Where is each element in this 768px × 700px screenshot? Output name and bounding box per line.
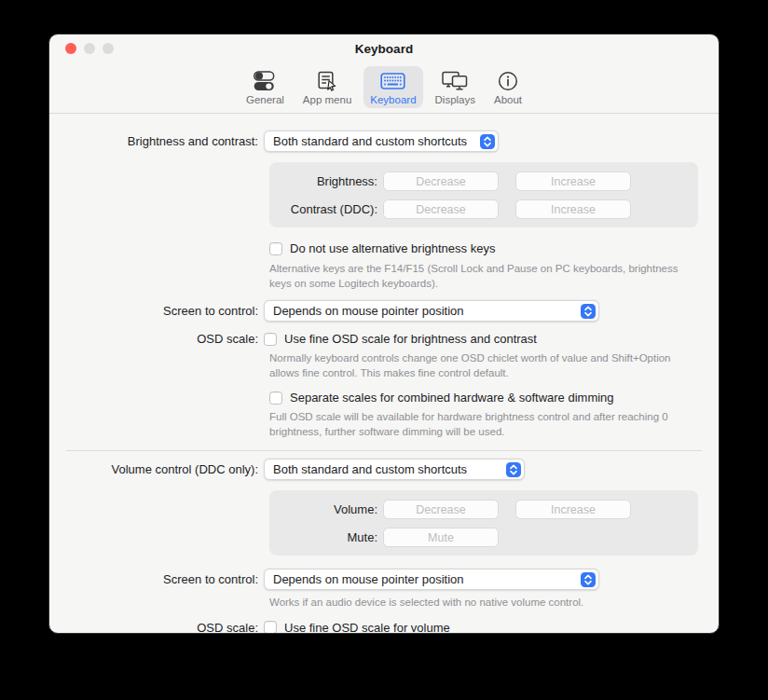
- zoom-button: [103, 43, 114, 54]
- volume-increase-button[interactable]: Increase: [515, 500, 631, 519]
- brightness-screen-value: Depends on mouse pointer position: [273, 304, 575, 318]
- brightness-osd-label: OSD scale:: [49, 332, 264, 346]
- separate-scales-help: Full OSD scale will be available for har…: [269, 410, 696, 439]
- keyboard-icon: [380, 70, 405, 92]
- volume-osd-row: OSD scale: Use fine OSD scale for volume: [49, 621, 719, 635]
- separate-scales-row: Separate scales for combined hardware & …: [269, 391, 719, 405]
- popup-chevrons-icon: [480, 134, 495, 149]
- tab-keyboard-label: Keyboard: [370, 94, 416, 105]
- volume-row-label: Volume:: [269, 502, 383, 516]
- brightness-screen-row: Screen to control: Depends on mouse poin…: [49, 300, 719, 322]
- volume-screen-popup[interactable]: Depends on mouse pointer position: [264, 569, 599, 590]
- window-title: Keyboard: [49, 42, 719, 56]
- volume-fine-osd-label: Use fine OSD scale for volume: [284, 621, 450, 635]
- alt-keys-label: Do not use alternative brightness keys: [290, 241, 495, 255]
- close-button[interactable]: [65, 43, 76, 54]
- contrast-row-label: Contrast (DDC):: [269, 202, 383, 216]
- popup-chevrons-icon: [506, 462, 521, 477]
- preferences-toolbar: General App menu: [49, 61, 719, 114]
- volume-shortcut-row: Volume: Decrease Increase: [269, 500, 698, 519]
- volume-fine-osd-checkbox[interactable]: [264, 621, 277, 634]
- brightness-shortcut-row: Brightness: Decrease Increase: [269, 172, 698, 191]
- section-divider: [66, 450, 702, 451]
- brightness-osd-row: OSD scale: Use fine OSD scale for bright…: [49, 332, 719, 346]
- title-bar: Keyboard: [49, 34, 719, 61]
- mute-button[interactable]: Mute: [383, 528, 499, 547]
- fine-osd-row: Use fine OSD scale for brightness and co…: [264, 332, 537, 346]
- brightness-mode-row: Brightness and contrast: Both standard a…: [49, 130, 719, 152]
- volume-osd-label: OSD scale:: [49, 621, 264, 635]
- volume-mode-row: Volume control (DDC only): Both standard…: [49, 459, 719, 480]
- volume-mode-label: Volume control (DDC only):: [49, 462, 264, 476]
- preferences-window: Keyboard General: [48, 34, 720, 634]
- alt-keys-row: Do not use alternative brightness keys: [269, 241, 719, 255]
- brightness-mode-value: Both standard and custom shortcuts: [273, 134, 474, 148]
- traffic-lights: [65, 43, 114, 54]
- brightness-mode-label: Brightness and contrast:: [49, 134, 264, 148]
- volume-decrease-button[interactable]: Decrease: [383, 500, 499, 519]
- brightness-screen-popup[interactable]: Depends on mouse pointer position: [264, 300, 599, 322]
- contrast-shortcut-row: Contrast (DDC): Decrease Increase: [269, 199, 698, 219]
- tab-about[interactable]: About: [487, 66, 528, 108]
- document-cursor-icon: [316, 70, 338, 92]
- popup-chevrons-icon: [581, 304, 596, 319]
- mute-shortcut-row: Mute: Mute: [269, 528, 698, 547]
- keyboard-pane: Brightness and contrast: Both standard a…: [49, 114, 719, 634]
- contrast-decrease-button[interactable]: Decrease: [383, 199, 499, 219]
- separate-scales-label: Separate scales for combined hardware & …: [290, 391, 614, 405]
- toggles-icon: [253, 70, 277, 92]
- fine-osd-label: Use fine OSD scale for brightness and co…: [284, 332, 537, 346]
- volume-mode-popup[interactable]: Both standard and custom shortcuts: [264, 459, 525, 480]
- tab-general-label: General: [246, 94, 284, 105]
- fine-osd-checkbox[interactable]: [264, 333, 277, 346]
- tab-displays-label: Displays: [435, 94, 475, 105]
- brightness-increase-button[interactable]: Increase: [515, 172, 631, 191]
- tab-general[interactable]: General: [240, 66, 291, 108]
- tab-displays[interactable]: Displays: [429, 66, 482, 108]
- minimize-button: [84, 43, 95, 54]
- tab-app-menu[interactable]: App menu: [296, 66, 358, 108]
- brightness-decrease-button[interactable]: Decrease: [383, 172, 499, 191]
- volume-fine-osd-row: Use fine OSD scale for volume: [264, 621, 450, 635]
- volume-screen-help: Works if an audio device is selected wit…: [269, 596, 696, 611]
- fine-osd-help: Normally keyboard controls change one OS…: [269, 351, 696, 380]
- alt-keys-checkbox[interactable]: [269, 242, 282, 255]
- tab-app-menu-label: App menu: [303, 94, 351, 105]
- tab-about-label: About: [494, 94, 522, 105]
- alt-keys-help: Alternative keys are the F14/F15 (Scroll…: [269, 262, 696, 291]
- separate-scales-checkbox[interactable]: [269, 391, 282, 405]
- popup-chevrons-icon: [581, 572, 596, 587]
- brightness-mode-popup[interactable]: Both standard and custom shortcuts: [264, 130, 499, 152]
- volume-screen-row: Screen to control: Depends on mouse poin…: [49, 569, 719, 590]
- contrast-increase-button[interactable]: Increase: [515, 199, 631, 219]
- brightness-shortcut-box: Brightness: Decrease Increase Contrast (…: [269, 162, 698, 227]
- mute-row-label: Mute:: [269, 530, 383, 544]
- brightness-screen-label: Screen to control:: [49, 304, 264, 318]
- info-icon: [497, 70, 519, 92]
- volume-screen-value: Depends on mouse pointer position: [273, 572, 575, 586]
- volume-mode-value: Both standard and custom shortcuts: [273, 462, 501, 476]
- volume-screen-label: Screen to control:: [49, 572, 264, 586]
- volume-shortcut-box: Volume: Decrease Increase Mute: Mute: [269, 490, 698, 556]
- displays-icon: [441, 70, 469, 92]
- brightness-row-label: Brightness:: [269, 174, 383, 188]
- tab-keyboard[interactable]: Keyboard: [363, 66, 422, 108]
